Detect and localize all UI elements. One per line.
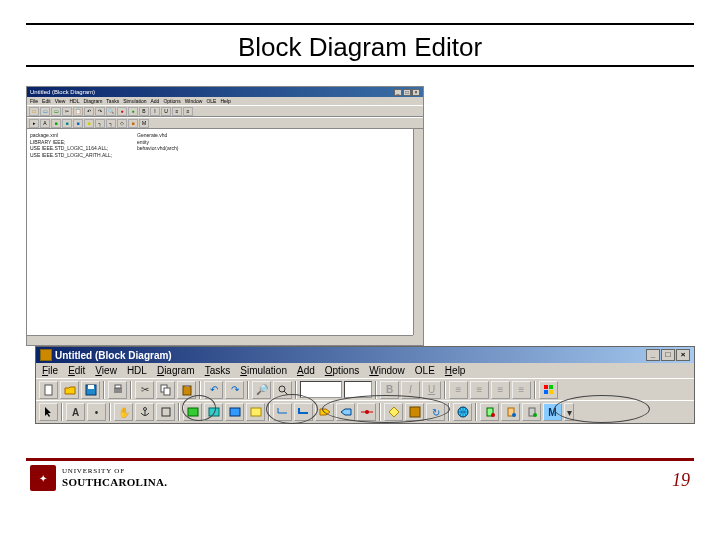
close-btn-small[interactable]: ×	[412, 89, 420, 96]
menu-options[interactable]: Options	[325, 365, 359, 376]
bold-button[interactable]: B	[380, 381, 399, 399]
menu-diagram[interactable]: Diagram	[157, 365, 195, 376]
menu-help[interactable]: Help	[445, 365, 466, 376]
menu-item[interactable]: Add	[151, 98, 160, 104]
block-teal-icon[interactable]	[204, 403, 223, 421]
tb-icon[interactable]: U	[161, 107, 171, 116]
block-green-icon[interactable]	[183, 403, 202, 421]
tb-icon[interactable]: ┐	[106, 119, 116, 128]
port-out-icon[interactable]	[336, 403, 355, 421]
tb-icon[interactable]: ▭	[40, 107, 50, 116]
tb-icon[interactable]: ◇	[117, 119, 127, 128]
menu-item[interactable]: Help	[220, 98, 230, 104]
menu-simulation[interactable]: Simulation	[240, 365, 287, 376]
arrow-cycle-icon[interactable]: ↻	[426, 403, 445, 421]
tb-icon[interactable]: M	[139, 119, 149, 128]
tb-icon[interactable]: ↶	[84, 107, 94, 116]
menu-tasks[interactable]: Tasks	[205, 365, 231, 376]
tb-icon[interactable]: ■	[51, 119, 61, 128]
tb-icon[interactable]: ●	[117, 107, 127, 116]
menu-item[interactable]: Tasks	[106, 98, 119, 104]
tb-icon[interactable]: ■	[62, 119, 72, 128]
cursor-icon[interactable]	[39, 403, 58, 421]
zoom-icon[interactable]	[273, 381, 292, 399]
tb-icon[interactable]: ●	[128, 107, 138, 116]
underline-button[interactable]: U	[422, 381, 441, 399]
tb-icon[interactable]: ■	[128, 119, 138, 128]
find-icon[interactable]: 🔎	[252, 381, 271, 399]
anchor-icon[interactable]	[135, 403, 154, 421]
copy-icon[interactable]	[156, 381, 175, 399]
hand-icon[interactable]: ✋	[114, 403, 133, 421]
menu-add[interactable]: Add	[297, 365, 315, 376]
color-icon[interactable]	[539, 381, 558, 399]
menu-hdl[interactable]: HDL	[127, 365, 147, 376]
menu-ole[interactable]: OLE	[415, 365, 435, 376]
tb-icon[interactable]: B	[139, 107, 149, 116]
tb-icon[interactable]: ▭	[51, 107, 61, 116]
tb-icon[interactable]: ■	[73, 119, 83, 128]
menu-item[interactable]: OLE	[206, 98, 216, 104]
tb-icon[interactable]: ┐	[95, 119, 105, 128]
menu-item[interactable]: Simulation	[123, 98, 146, 104]
align-left-icon[interactable]: ≡	[449, 381, 468, 399]
scrollbar-h-small[interactable]	[27, 335, 413, 345]
tb-icon[interactable]: A	[40, 119, 50, 128]
menu-view[interactable]: View	[95, 365, 117, 376]
bullet-tool-icon[interactable]: •	[87, 403, 106, 421]
bus-icon[interactable]	[294, 403, 313, 421]
module3-icon[interactable]	[522, 403, 541, 421]
min-btn-small[interactable]: _	[394, 89, 402, 96]
save2-icon[interactable]	[405, 403, 424, 421]
tb-icon[interactable]: ≡	[172, 107, 182, 116]
menu-file[interactable]: File	[42, 365, 58, 376]
print-icon[interactable]	[108, 381, 127, 399]
size-combo[interactable]	[344, 381, 372, 398]
tb-icon[interactable]: I	[150, 107, 160, 116]
paste-icon[interactable]	[177, 381, 196, 399]
tb-icon[interactable]: ✂	[62, 107, 72, 116]
menu-item[interactable]: File	[30, 98, 38, 104]
module1-icon[interactable]	[480, 403, 499, 421]
tb-icon[interactable]: ■	[84, 119, 94, 128]
menu-item[interactable]: Diagram	[83, 98, 102, 104]
tb-icon[interactable]: 📋	[73, 107, 83, 116]
scrollbar-v-small[interactable]	[413, 129, 423, 335]
cut-icon[interactable]: ✂	[135, 381, 154, 399]
min-btn[interactable]: _	[646, 349, 660, 361]
tb-icon[interactable]: □	[29, 107, 39, 116]
align-justify-icon[interactable]: ≡	[512, 381, 531, 399]
port-in-icon[interactable]	[315, 403, 334, 421]
wire-icon[interactable]	[273, 403, 292, 421]
module2-icon[interactable]	[501, 403, 520, 421]
block-yellow-icon[interactable]	[246, 403, 265, 421]
italic-button[interactable]: I	[401, 381, 420, 399]
tb-icon[interactable]: ▸	[29, 119, 39, 128]
close-btn[interactable]: ×	[676, 349, 690, 361]
menu-item[interactable]: Window	[185, 98, 203, 104]
menu-item[interactable]: HDL	[69, 98, 79, 104]
canvas-area[interactable]	[27, 129, 413, 335]
menu-edit[interactable]: Edit	[68, 365, 85, 376]
open-icon[interactable]	[60, 381, 79, 399]
align-right-icon[interactable]: ≡	[491, 381, 510, 399]
max-btn[interactable]: □	[661, 349, 675, 361]
module-m-icon[interactable]: M	[543, 403, 562, 421]
new-icon[interactable]	[39, 381, 58, 399]
menu-item[interactable]: Options	[163, 98, 180, 104]
menu-item[interactable]: View	[55, 98, 66, 104]
menu-window[interactable]: Window	[369, 365, 405, 376]
undo-icon[interactable]: ↶	[204, 381, 223, 399]
globe-icon[interactable]	[453, 403, 472, 421]
text-tool-icon[interactable]: A	[66, 403, 85, 421]
max-btn-small[interactable]: □	[403, 89, 411, 96]
diamond-icon[interactable]	[384, 403, 403, 421]
font-combo[interactable]	[300, 381, 342, 398]
save-icon[interactable]	[81, 381, 100, 399]
dropdown-icon[interactable]: ▾	[564, 403, 574, 421]
tb-icon[interactable]: 🔍	[106, 107, 116, 116]
tb-icon[interactable]: ≡	[183, 107, 193, 116]
align-center-icon[interactable]: ≡	[470, 381, 489, 399]
signal-icon[interactable]	[357, 403, 376, 421]
menu-item[interactable]: Edit	[42, 98, 51, 104]
